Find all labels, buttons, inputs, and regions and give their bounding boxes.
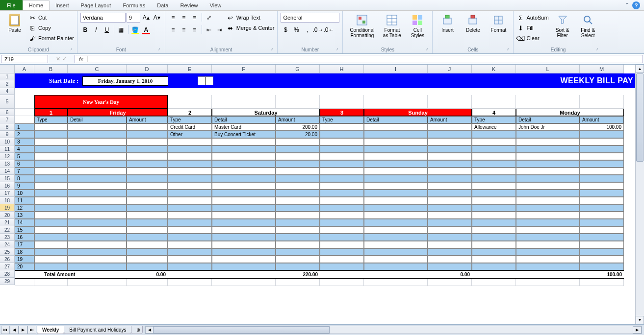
data-type[interactable] <box>34 204 68 212</box>
cell[interactable] <box>168 270 212 279</box>
data-type[interactable] <box>168 153 212 160</box>
row-header[interactable]: 8 <box>0 123 15 131</box>
row-header[interactable]: 14 <box>0 168 15 175</box>
col-amount[interactable]: Amount <box>580 116 624 123</box>
data-type[interactable] <box>34 197 68 204</box>
sheet-tab-weekly[interactable]: Weekly <box>37 326 64 334</box>
horizontal-scrollbar[interactable]: ◀ ▶ <box>145 326 642 334</box>
sort-filter-button[interactable]: Sort & Filter <box>551 13 574 39</box>
data-type[interactable] <box>320 212 364 219</box>
data-detail[interactable] <box>364 197 428 204</box>
data-amount[interactable] <box>276 160 320 168</box>
data-detail[interactable] <box>68 175 127 182</box>
tab-data[interactable]: Data <box>151 1 174 10</box>
data-type[interactable]: Allowance <box>472 123 516 131</box>
data-type[interactable] <box>34 190 68 197</box>
data-detail[interactable] <box>516 190 580 197</box>
row-header[interactable]: 15 <box>0 175 15 182</box>
data-amount[interactable] <box>127 248 168 256</box>
cell[interactable] <box>212 279 276 286</box>
day-name[interactable]: Friday <box>68 109 168 116</box>
data-amount[interactable] <box>127 234 168 241</box>
row-header[interactable]: 26 <box>0 256 15 263</box>
data-amount[interactable] <box>127 256 168 263</box>
data-type[interactable] <box>168 190 212 197</box>
data-amount[interactable] <box>580 138 624 145</box>
col-type[interactable]: Type <box>472 116 516 123</box>
col-amount[interactable]: Amount <box>276 116 320 123</box>
data-type[interactable] <box>472 197 516 204</box>
data-amount[interactable] <box>580 241 624 248</box>
data-amount[interactable] <box>580 256 624 263</box>
data-detail[interactable] <box>364 263 428 270</box>
day-number[interactable]: 3 <box>320 109 364 116</box>
data-amount[interactable] <box>276 168 320 175</box>
data-detail[interactable] <box>364 204 428 212</box>
row-header[interactable]: 1 <box>0 73 15 80</box>
data-type[interactable] <box>320 226 364 234</box>
row-header[interactable]: 24 <box>0 241 15 248</box>
decrease-indent-button[interactable]: ⇤ <box>204 25 214 35</box>
data-amount[interactable] <box>580 145 624 153</box>
scroll-right-icon[interactable]: ▶ <box>633 326 642 334</box>
data-amount[interactable] <box>276 153 320 160</box>
data-amount[interactable] <box>276 175 320 182</box>
data-type[interactable] <box>168 168 212 175</box>
row-header[interactable]: 23 <box>0 234 15 241</box>
data-detail[interactable] <box>68 138 127 145</box>
row-header[interactable]: 28 <box>0 270 15 278</box>
vertical-scrollbar[interactable]: ▲ ▼ <box>635 65 644 324</box>
data-detail[interactable] <box>516 138 580 145</box>
row-header[interactable]: 11 <box>0 145 15 153</box>
help-icon[interactable]: ? <box>632 1 640 9</box>
row-number[interactable]: 18 <box>15 248 34 256</box>
underline-button[interactable]: U <box>102 25 112 35</box>
data-detail[interactable] <box>212 212 276 219</box>
data-type[interactable] <box>472 160 516 168</box>
border-button[interactable]: ▦ <box>116 25 126 35</box>
data-amount[interactable] <box>127 123 168 131</box>
data-detail[interactable] <box>516 182 580 190</box>
data-amount[interactable] <box>127 145 168 153</box>
data-amount[interactable] <box>428 234 472 241</box>
row-header[interactable]: 9 <box>0 131 15 138</box>
cell[interactable] <box>428 279 472 286</box>
data-detail[interactable] <box>364 131 428 138</box>
row-number[interactable]: 14 <box>15 219 34 226</box>
data-detail[interactable] <box>516 197 580 204</box>
data-type[interactable] <box>168 212 212 219</box>
data-amount[interactable] <box>428 131 472 138</box>
row-number[interactable]: 1 <box>15 123 34 131</box>
day-name[interactable]: Saturday <box>212 109 320 116</box>
day-name[interactable]: Sunday <box>364 109 472 116</box>
data-amount[interactable] <box>428 175 472 182</box>
data-type[interactable] <box>34 145 68 153</box>
data-amount[interactable] <box>428 138 472 145</box>
data-type[interactable] <box>320 204 364 212</box>
tab-formulas[interactable]: Formulas <box>117 1 151 10</box>
column-header[interactable]: B <box>34 65 68 73</box>
data-detail[interactable] <box>516 234 580 241</box>
data-amount[interactable] <box>127 182 168 190</box>
data-type[interactable] <box>34 160 68 168</box>
cell[interactable] <box>320 270 364 279</box>
data-type[interactable] <box>168 197 212 204</box>
data-type[interactable] <box>168 219 212 226</box>
cell[interactable] <box>320 279 364 286</box>
wrap-text-button[interactable]: ↩Wrap Text <box>227 13 275 23</box>
data-type[interactable] <box>168 145 212 153</box>
row-header[interactable]: 5 <box>0 95 15 109</box>
holiday-header[interactable]: New Year's Day <box>34 95 168 109</box>
data-detail[interactable] <box>212 219 276 226</box>
data-detail[interactable] <box>516 175 580 182</box>
data-amount[interactable] <box>580 226 624 234</box>
row-number[interactable]: 7 <box>15 168 34 175</box>
cell[interactable] <box>212 95 276 109</box>
data-type[interactable] <box>34 131 68 138</box>
cells-area[interactable]: Start Date :Friday, January 1, 2010◀▶WEE… <box>15 73 635 324</box>
row-header[interactable]: 4 <box>0 88 15 95</box>
cell[interactable] <box>212 270 276 279</box>
row-header[interactable]: 13 <box>0 160 15 168</box>
data-type[interactable] <box>34 234 68 241</box>
format-painter-button[interactable]: 🖌Format Painter <box>28 33 74 43</box>
